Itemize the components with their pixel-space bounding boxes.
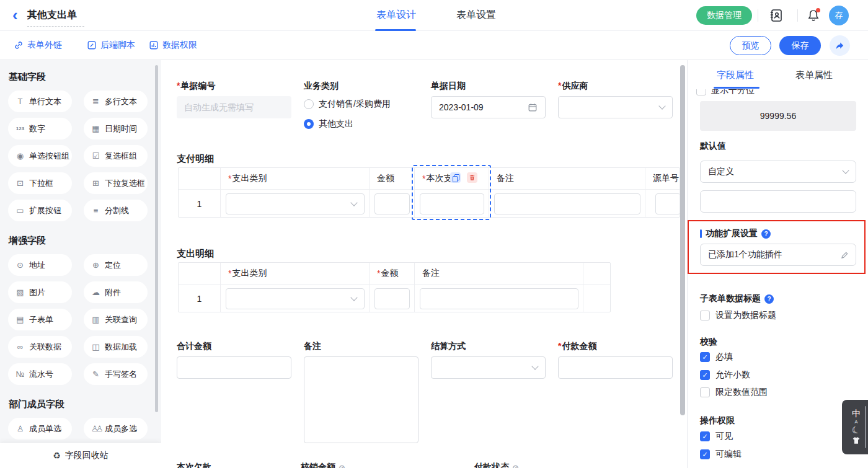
data-manage-button[interactable]: 数据管理 xyxy=(696,6,752,25)
biz-type-option-1[interactable]: 支付销售/采购费用 xyxy=(304,99,391,110)
field-item-datetime[interactable]: ▦日期时间 xyxy=(84,118,148,139)
field-item-linked-data[interactable]: ∞关联数据 xyxy=(8,336,72,358)
back-icon[interactable]: ‹ xyxy=(12,5,18,25)
notification-bell-icon[interactable] xyxy=(806,8,821,23)
field-item-single-line-text[interactable]: T单行文本 xyxy=(8,91,72,112)
doc-no-label: 单据编号 xyxy=(177,81,215,92)
share-button[interactable] xyxy=(830,35,850,56)
toolbar-link-label: 后端脚本 xyxy=(100,40,135,51)
category-select[interactable] xyxy=(226,193,365,214)
amount-input[interactable] xyxy=(374,288,410,309)
col-header-amount[interactable]: 金额 xyxy=(370,168,415,189)
field-item-signature[interactable]: ✎手写签名 xyxy=(84,363,148,385)
category-select[interactable] xyxy=(226,288,365,309)
checkbox-checked-icon[interactable]: ✓ xyxy=(700,431,710,441)
data-permission-link[interactable]: 数据权限 xyxy=(149,40,197,51)
field-item-divider[interactable]: ≡分割线 xyxy=(84,200,148,221)
settle-method-select[interactable] xyxy=(431,356,546,379)
col-header-remark[interactable]: 备注 xyxy=(415,263,583,284)
field-item-number[interactable]: 123数字 xyxy=(8,118,72,139)
col-header-category[interactable]: 支出类别 xyxy=(221,263,370,284)
biz-type-option-2[interactable]: 其他支出 xyxy=(304,118,353,130)
radio-checked-icon[interactable] xyxy=(304,119,314,129)
field-item-multi-line-text[interactable]: ≣多行文本 xyxy=(84,91,148,112)
avatar[interactable]: 存 xyxy=(829,6,849,25)
preview-button[interactable]: 预览 xyxy=(730,36,771,55)
field-item-data-load[interactable]: ◫数据加载 xyxy=(84,336,148,358)
allow-decimal-checkbox-row[interactable]: ✓ 允许小数 xyxy=(700,369,750,381)
field-item-dropdown-multi[interactable]: ⊞下拉复选框 xyxy=(84,172,148,194)
limit-range-checkbox-row[interactable]: 限定数值范围 xyxy=(700,387,768,398)
doc-date-input[interactable]: 2023-01-09 xyxy=(431,96,546,118)
source-no-input[interactable] xyxy=(655,193,680,214)
tab-field-properties[interactable]: 字段属性 xyxy=(717,69,754,81)
widget-scrollbar xyxy=(865,406,866,448)
total-amount-input[interactable] xyxy=(177,356,291,379)
tab-form-properties[interactable]: 表单属性 xyxy=(795,69,833,81)
field-item-location[interactable]: ⊕定位 xyxy=(84,254,148,276)
help-question-icon[interactable]: ? xyxy=(764,294,774,304)
doc-no-input[interactable] xyxy=(177,96,291,118)
pay-amount-input[interactable] xyxy=(558,356,673,379)
field-item-radio-group[interactable]: ◉单选按钮组 xyxy=(8,145,72,167)
tab-form-design[interactable]: 表单设计 xyxy=(376,9,416,22)
dark-mode-moon-icon[interactable]: ☾ xyxy=(851,424,862,436)
field-item-subform[interactable]: ▤子表单 xyxy=(8,309,72,330)
col-header-amount[interactable]: 金额 xyxy=(370,263,415,284)
field-item-image[interactable]: ▧图片 xyxy=(8,281,72,303)
notification-dot xyxy=(816,8,820,12)
cell-empty xyxy=(583,285,611,312)
radio-unchecked-icon[interactable] xyxy=(304,99,314,109)
required-checkbox-row[interactable]: ✓ 必填 xyxy=(700,351,733,363)
remark-input[interactable] xyxy=(494,193,640,214)
backend-script-link[interactable]: 后端脚本 xyxy=(87,40,135,51)
supplier-select[interactable] xyxy=(558,96,673,118)
tab-form-settings[interactable]: 表单设置 xyxy=(456,9,496,22)
col-header-remark[interactable]: 备注 xyxy=(489,168,645,189)
field-item-label: 图片 xyxy=(29,287,45,298)
remark-textarea[interactable] xyxy=(304,356,418,443)
field-item-member-single[interactable]: ♙成员单选 xyxy=(8,418,72,439)
field-item-serial-number[interactable]: №流水号 xyxy=(8,363,72,385)
col-header-category[interactable]: 支出类别 xyxy=(221,168,370,189)
field-item-label: 地址 xyxy=(29,260,45,271)
field-item-label: 单选按钮组 xyxy=(29,151,69,162)
col-header-source-no[interactable]: 源单号 xyxy=(645,168,680,189)
visible-checkbox-row[interactable]: ✓ 可见 xyxy=(700,431,733,442)
checkbox-checked-icon[interactable]: ✓ xyxy=(700,352,710,362)
delete-column-icon[interactable] xyxy=(467,172,477,183)
copy-column-icon[interactable] xyxy=(450,172,461,183)
save-button[interactable]: 保存 xyxy=(779,36,821,55)
remark-input[interactable] xyxy=(420,288,578,309)
editable-checkbox-row[interactable]: ✓ 可编辑 xyxy=(700,449,742,460)
field-item-label: 复选框组 xyxy=(105,151,137,162)
canvas-scrollbar[interactable] xyxy=(680,65,685,415)
default-value-select[interactable]: 自定义 xyxy=(700,161,856,183)
floating-tool-widget[interactable]: 中 A ☾ xyxy=(842,400,868,454)
current-pay-input[interactable] xyxy=(420,193,484,214)
field-item-attachment[interactable]: ☁附件 xyxy=(84,281,148,303)
field-item-extend-button[interactable]: ▭扩展按钮 xyxy=(8,200,72,221)
divider-icon: ≡ xyxy=(91,206,100,215)
field-item-checkbox-group[interactable]: ☑复选框组 xyxy=(84,145,148,167)
thousand-separator-row-clipped[interactable]: 显示千分位 xyxy=(696,89,845,97)
field-item-address[interactable]: ⊙地址 xyxy=(8,254,72,276)
field-item-member-multi[interactable]: ♙♙成员多选 xyxy=(84,418,148,439)
set-data-title-checkbox-row[interactable]: 设置为数据标题 xyxy=(700,310,776,321)
theme-shirt-icon[interactable] xyxy=(851,436,861,445)
checkbox-unchecked-icon[interactable] xyxy=(696,89,706,95)
checkbox-checked-icon[interactable]: ✓ xyxy=(700,449,710,459)
amount-input[interactable] xyxy=(374,193,410,214)
field-item-dropdown[interactable]: ⊡下拉框 xyxy=(8,172,72,194)
checkbox-unchecked-icon[interactable] xyxy=(700,311,710,320)
sidebar-scrollbar[interactable] xyxy=(155,65,158,412)
checkbox-checked-icon[interactable]: ✓ xyxy=(700,370,710,380)
checkbox-unchecked-icon[interactable] xyxy=(700,387,710,397)
expense-table: 支出类别 金额 备注 1 xyxy=(178,262,611,312)
contacts-book-icon[interactable] xyxy=(769,8,784,23)
translate-icon[interactable]: 中 xyxy=(852,409,861,418)
default-value-input[interactable] xyxy=(700,190,856,213)
field-recycle-bin[interactable]: ♻ 字段回收站 xyxy=(0,443,161,468)
field-item-lookup-query[interactable]: ▥关联查询 xyxy=(84,309,148,330)
form-external-link[interactable]: 表单外链 xyxy=(14,40,62,51)
